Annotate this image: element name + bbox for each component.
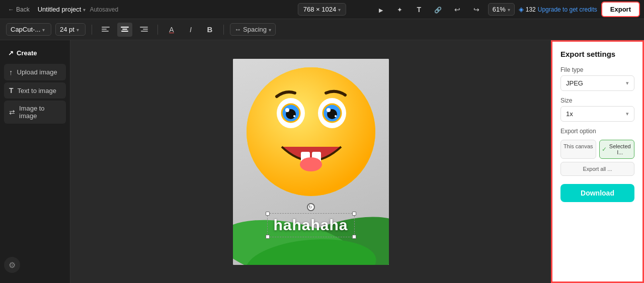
bold-button[interactable] [202,23,217,37]
redo-button[interactable] [469,3,484,17]
canvas-size-chevron-icon [338,6,341,13]
magic-icon [397,6,403,14]
selected-items-button[interactable]: Selected I... [599,140,635,159]
separator-3 [223,25,224,35]
zoom-value: 61% [493,6,506,13]
sidebar-header: Create [4,46,66,60]
settings-button[interactable] [4,257,20,273]
selected-check-icon [602,146,607,153]
export-option-label: Export option [560,128,634,135]
size-select[interactable]: 1x ▾ [560,106,634,122]
file-type-select[interactable]: JPEG ▾ [560,75,634,91]
zoom-control[interactable]: 61% [488,3,515,16]
play-button[interactable] [373,3,388,17]
back-button[interactable]: Back [4,4,34,15]
this-canvas-button[interactable]: This canvas [560,140,596,159]
text-button[interactable] [412,3,427,17]
credits-icon [519,6,524,13]
canvas-size-selector[interactable]: 768 × 1024 [298,3,346,16]
handle-bottom-right[interactable] [352,235,356,239]
magic-button[interactable] [392,3,408,17]
font-size-text: 24 pt [60,26,74,33]
file-type-section: File type JPEG ▾ [560,66,634,91]
canvas-text-container: ↻ hahahaha [267,213,354,237]
canvas-text[interactable]: hahahaha [273,217,348,234]
handle-bottom-left[interactable] [265,235,269,239]
align-center-button[interactable] [117,23,132,37]
sidebar: Create Upload image Text to image Image … [0,40,70,283]
top-bar: Back Untitled project Autosaved 768 × 10… [0,0,644,19]
upload-image-label: Upload image [17,68,57,76]
export-option-row-1: This canvas Selected I... [560,140,634,159]
project-name-text: Untitled project [38,6,82,13]
project-name-chevron-icon [83,6,86,13]
text-color-button[interactable] [164,23,179,37]
spacing-button[interactable]: Spacing [230,23,276,36]
svg-point-21 [327,108,331,112]
align-left-icon [102,26,110,34]
text-selection-box: hahahaha [267,213,354,237]
autosaved-label: Autosaved [90,6,118,13]
canvas-area: ↻ hahahaha [70,40,551,283]
svg-point-22 [293,115,295,117]
svg-rect-6 [140,27,148,28]
sidebar-item-upload-image[interactable]: Upload image [4,64,66,80]
credits-area: 132 Upgrade to get credits [519,6,597,13]
text-to-image-label: Text to image [18,87,56,95]
create-icon [8,49,14,57]
svg-point-20 [285,108,289,112]
emoji-face [240,59,381,225]
sidebar-item-text-to-image[interactable]: Text to image [4,82,66,99]
font-selector[interactable]: CapCut-... [6,23,51,36]
link-button[interactable] [431,3,446,17]
handle-top-left[interactable] [265,212,269,216]
image-to-image-icon [9,108,15,116]
top-right-area: 61% 132 Upgrade to get credits Export [373,2,640,17]
main-layout: Create Upload image Text to image Image … [0,40,644,283]
handle-top-right[interactable] [352,212,356,216]
undo-icon [454,6,460,14]
canvas-frame[interactable]: ↻ hahahaha [233,59,389,265]
export-all-button[interactable]: Export all ... [560,162,634,176]
font-name-text: CapCut-... [11,26,40,33]
svg-rect-3 [121,27,129,28]
align-right-button[interactable] [136,23,151,37]
svg-rect-2 [102,31,109,32]
back-label: Back [16,6,30,13]
separator-1 [92,25,92,35]
upgrade-button[interactable]: Upgrade to get credits [538,6,597,13]
selected-label: Selected I... [608,143,632,155]
italic-button[interactable] [183,23,198,37]
project-name-button[interactable]: Untitled project [38,6,86,13]
sidebar-create-label: Create [17,49,37,57]
redo-icon [473,6,479,14]
download-button[interactable]: Download [560,184,634,202]
size-section: Size 1x ▾ [560,97,634,122]
link-icon [434,6,442,14]
italic-icon [190,26,192,34]
font-size-chevron-icon [76,26,79,33]
zoom-chevron-icon [508,6,510,13]
svg-rect-4 [122,29,127,30]
sidebar-item-image-to-image[interactable]: Image to image [4,101,66,124]
export-option-section: Export option This canvas Selected I... … [560,128,634,176]
size-chevron-icon: ▾ [626,111,629,117]
export-button[interactable]: Export [601,2,640,17]
font-chevron-icon [42,26,45,33]
settings-icon [9,260,16,270]
align-left-button[interactable] [98,23,113,37]
svg-point-13 [247,67,375,196]
undo-button[interactable] [450,3,465,17]
separator-2 [157,25,158,35]
font-size-selector[interactable]: 24 pt [55,23,86,36]
file-type-value: JPEG [566,79,583,87]
size-value: 1x [566,110,573,118]
text-to-image-icon [9,86,14,95]
image-to-image-label: Image to image [19,105,61,120]
svg-rect-8 [141,31,148,32]
rotate-handle[interactable]: ↻ [306,203,314,211]
export-panel: Export settings File type JPEG ▾ Size 1x… [551,40,644,283]
svg-point-28 [300,157,322,171]
svg-rect-5 [121,31,128,32]
svg-rect-0 [102,27,110,28]
